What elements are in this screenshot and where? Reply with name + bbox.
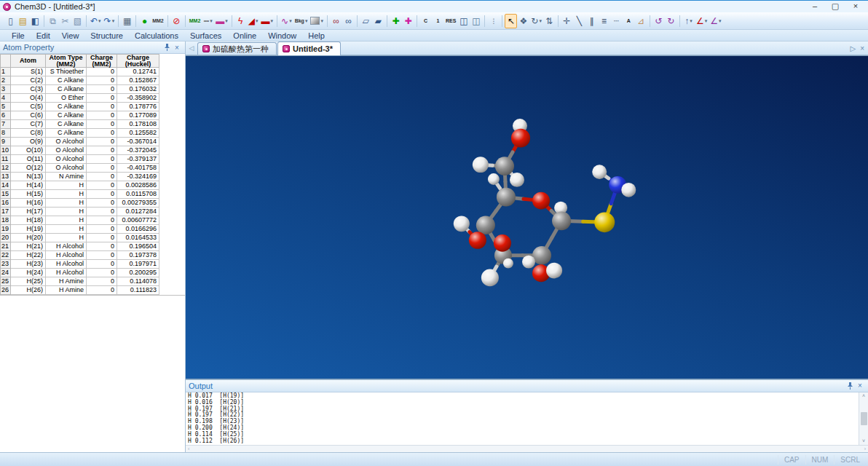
eraser-tool-icon[interactable]: ⊿ (635, 14, 647, 28)
save-icon[interactable]: ◧ (29, 14, 42, 28)
table-cell[interactable]: H(25) (11, 277, 46, 286)
background-swatch-icon[interactable]: ▾ (309, 14, 325, 28)
scrollbar-thumb[interactable] (861, 412, 867, 425)
dropdown-caret-icon[interactable]: ▾ (305, 18, 308, 24)
table-cell[interactable]: 0.178776 (117, 103, 159, 111)
table-cell[interactable]: H (46, 181, 87, 190)
table-cell[interactable]: 0.0115708 (117, 190, 159, 199)
menu-structure[interactable]: Structure (84, 30, 129, 42)
table-cell[interactable]: O Alcohol (46, 146, 87, 155)
table-cell[interactable]: 0.125582 (117, 129, 159, 138)
table-cell[interactable]: 0.0164533 (117, 234, 159, 242)
table-cell[interactable]: O(4) (11, 94, 46, 103)
table-cell[interactable]: 0.152867 (117, 76, 159, 85)
table-cell[interactable]: H Alcohol (46, 269, 87, 277)
table-cell[interactable]: 0.200295 (117, 269, 159, 277)
text-tool-icon[interactable]: A (623, 14, 635, 28)
close-panel-icon[interactable]: × (855, 381, 865, 390)
select-tool-icon[interactable]: ↖ (505, 14, 517, 28)
table-cell[interactable]: 0.00279355 (117, 199, 159, 208)
atom-O[interactable] (469, 232, 486, 249)
menu-online[interactable]: Online (227, 30, 262, 42)
scroll-down-icon[interactable]: ˅ (862, 438, 865, 445)
row-number-cell[interactable]: 26 (1, 286, 11, 295)
pin-icon[interactable] (845, 381, 855, 390)
molecule-model[interactable] (186, 56, 868, 379)
atom-S[interactable] (594, 212, 615, 232)
table-cell[interactable]: 0 (87, 164, 117, 173)
menu-surfaces[interactable]: Surfaces (184, 30, 227, 42)
table-cell[interactable]: 0 (87, 181, 117, 190)
table-cell[interactable]: 0 (87, 68, 117, 76)
row-number-cell[interactable]: 17 (1, 208, 11, 216)
table-cell[interactable]: H(20) (11, 234, 46, 242)
table-cell[interactable]: C(3) (11, 85, 46, 94)
atom-H[interactable] (522, 256, 535, 269)
table-cell[interactable]: H Amine (46, 286, 87, 295)
dropdown-caret-icon[interactable]: ▾ (289, 18, 292, 24)
output-vertical-scrollbar[interactable]: ˄ ˅ (859, 392, 868, 445)
dropdown-caret-icon[interactable]: ▾ (320, 18, 323, 24)
table-cell[interactable]: C(8) (11, 129, 46, 138)
atom-H[interactable] (592, 165, 607, 179)
table-cell[interactable]: O(11) (11, 155, 46, 164)
table-cell[interactable]: N(13) (11, 173, 46, 181)
table-cell[interactable]: 0 (87, 173, 117, 181)
model-display-icon[interactable]: ◫ (457, 14, 470, 28)
table-cell[interactable]: 0 (87, 146, 117, 155)
table-cell[interactable]: -0.372045 (117, 146, 159, 155)
table-cell[interactable]: N Amine (46, 173, 87, 181)
table-cell[interactable]: O(9) (11, 138, 46, 146)
column-header[interactable]: Charge (MM2) (87, 55, 117, 68)
structure-probe-icon[interactable]: ∿▾ (280, 14, 293, 28)
minimize-energy-icon[interactable]: ϟ (234, 14, 247, 28)
table-cell[interactable]: C Alkane (46, 129, 87, 138)
carbon-labels-icon[interactable]: C (419, 14, 432, 28)
dropdown-caret-icon[interactable]: ▾ (256, 18, 259, 24)
table-cell[interactable]: O Alcohol (46, 138, 87, 146)
dropdown-caret-icon[interactable]: ▾ (271, 18, 274, 24)
table-cell[interactable]: C Alkane (46, 103, 87, 111)
table-cell[interactable]: H(23) (11, 260, 46, 269)
table-cell[interactable]: 0.176032 (117, 85, 159, 94)
table-cell[interactable]: C(5) (11, 103, 46, 111)
table-cell[interactable]: S Thioether (46, 68, 87, 76)
row-number-cell[interactable]: 1 (1, 68, 11, 76)
atom-H[interactable] (503, 258, 513, 269)
run-job-icon[interactable]: ● (138, 14, 151, 28)
table-cell[interactable]: 0 (87, 216, 117, 225)
pan-tool-icon[interactable]: ❖ (517, 14, 529, 28)
atom-H[interactable] (488, 173, 500, 185)
table-cell[interactable]: O(12) (11, 164, 46, 173)
atom-C[interactable] (495, 157, 514, 175)
table-cell[interactable]: H(16) (11, 199, 46, 208)
table-cell[interactable]: C Alkane (46, 120, 87, 129)
table-cell[interactable]: 0.197971 (117, 260, 159, 269)
dropdown-caret-icon[interactable]: ▾ (539, 18, 542, 24)
row-number-cell[interactable]: 22 (1, 251, 11, 260)
table-cell[interactable]: -0.358902 (117, 94, 159, 103)
rotate-bond-right-icon[interactable]: ↻ (665, 14, 677, 28)
depth-fade-icon[interactable]: ▰ (372, 14, 384, 28)
bond-dashed-tool-icon[interactable]: ┄ (610, 14, 623, 28)
close-panel-icon[interactable]: × (172, 43, 182, 52)
open-folder-icon[interactable]: ▤ (17, 14, 29, 28)
dropdown-caret-icon[interactable]: ▾ (112, 18, 115, 24)
remove-hydrogens-icon[interactable]: ✚ (402, 14, 414, 28)
row-number-cell[interactable]: 13 (1, 173, 11, 181)
menu-calculations[interactable]: Calculations (129, 30, 184, 42)
document-tab-1[interactable]: Untitled-3* (277, 42, 341, 55)
table-cell[interactable]: 0.0028586 (117, 181, 159, 190)
row-number-cell[interactable]: 9 (1, 138, 11, 146)
atom-H[interactable] (481, 269, 499, 287)
background-style-icon[interactable]: Bkg▾ (293, 14, 309, 28)
table-cell[interactable]: C Alkane (46, 76, 87, 85)
atom-C[interactable] (497, 188, 516, 207)
undo-icon[interactable]: ↶▾ (89, 14, 103, 28)
table-cell[interactable]: H Amine (46, 277, 87, 286)
table-cell[interactable]: 0.177089 (117, 111, 159, 120)
table-cell[interactable]: 0 (87, 242, 117, 251)
menu-view[interactable]: View (56, 30, 85, 42)
scroll-up-icon[interactable]: ˄ (862, 392, 865, 400)
table-cell[interactable]: H Alcohol (46, 260, 87, 269)
